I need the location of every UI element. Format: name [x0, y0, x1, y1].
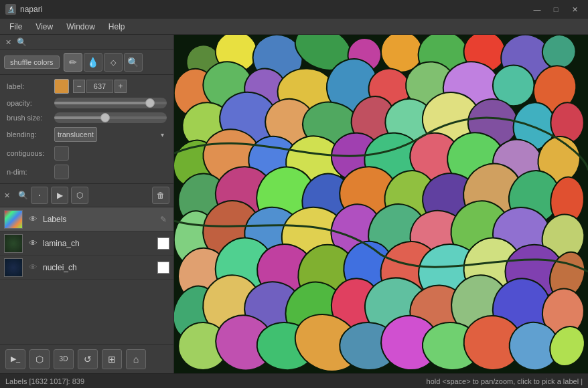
layer-color-indicator-lamina	[157, 237, 169, 250]
contiguous-row: contiguous:	[7, 146, 167, 161]
layer-thumbnail-lamina	[4, 234, 23, 253]
polygon-tool-button[interactable]: ⬡	[71, 187, 88, 204]
label-increment-button[interactable]: +	[115, 80, 127, 93]
layer-color-indicator-nuclei	[157, 262, 169, 274]
3d-icon: 3D	[60, 355, 68, 363]
fill-icon: 💧	[87, 57, 98, 68]
home-button[interactable]: ⌂	[126, 349, 146, 369]
polygon-icon: ⬡	[76, 191, 83, 200]
layer-visibility-lamina[interactable]: 👁	[27, 237, 39, 250]
titlebar-left: 🔬 napari	[5, 4, 42, 15]
label-number-control: − 637 +	[73, 80, 127, 93]
contiguous-label: contiguous:	[7, 149, 50, 157]
layer-thumbnail-labels	[4, 210, 23, 229]
opacity-row: opacity:	[7, 98, 167, 108]
brush-size-slider[interactable]	[54, 112, 167, 123]
menu-window[interactable]: Window	[60, 21, 102, 33]
blending-select[interactable]: translucent additive opaque	[54, 127, 97, 142]
statusbar: Labels [1632 1017]: 839 hold <space> to …	[0, 373, 588, 388]
layer-toolbar: ✕ 🔍 · ▶ ⬡ 🗑	[0, 184, 173, 207]
ndim-label: n-dim:	[7, 168, 50, 176]
brush-size-label: brush size:	[7, 114, 50, 122]
label-decrement-button[interactable]: −	[73, 80, 85, 93]
trash-icon: 🗑	[157, 191, 165, 200]
blending-select-wrapper: translucent additive opaque	[54, 127, 167, 142]
maximize-button[interactable]: □	[548, 3, 564, 15]
layer-edit-icon-labels: ✎	[157, 213, 169, 225]
delete-layer-button[interactable]: 🗑	[152, 187, 169, 204]
blending-label: blending:	[7, 130, 50, 138]
layers-list: 👁 Labels ✎ 👁 lamina_ch 👁 nuclei_ch	[0, 207, 173, 344]
ndim-row: n-dim:	[7, 165, 167, 179]
brush-size-row: brush size:	[7, 112, 167, 123]
arrow-tool-button[interactable]: ▶	[51, 187, 68, 204]
3d-button[interactable]: 3D	[54, 349, 74, 369]
statusbar-left: Labels [1632 1017]: 839	[5, 377, 84, 385]
point-tool-button[interactable]: ·	[31, 187, 48, 204]
panel-close-icon[interactable]: ✕	[5, 38, 11, 47]
erase-icon: ◇	[111, 58, 116, 67]
label-text-label: label:	[7, 82, 50, 90]
layer-item-labels[interactable]: 👁 Labels ✎	[0, 207, 173, 231]
layer-name-lamina: lamina_ch	[43, 239, 157, 248]
paint-brush-icon: ✏	[69, 57, 77, 68]
main-canvas[interactable]	[174, 35, 588, 373]
home-icon: ⌂	[133, 354, 139, 365]
opacity-label: opacity:	[7, 99, 50, 107]
titlebar-controls: — □ ✕	[529, 3, 583, 15]
fill-button[interactable]: 💧	[84, 53, 102, 72]
blending-row: blending: translucent additive opaque	[7, 127, 167, 142]
bottom-toolbar: ▶_ ⬡ 3D ↺ ⊞ ⌂	[0, 344, 173, 373]
rotate-icon: ↺	[84, 354, 92, 365]
layer-thumbnail-nuclei	[4, 258, 23, 277]
ndim-toggle[interactable]	[54, 165, 69, 179]
layer-close-icon[interactable]: ✕	[4, 191, 10, 200]
rotate-button[interactable]: ↺	[78, 349, 98, 369]
label-color-swatch[interactable]	[54, 79, 69, 94]
layer-item-lamina[interactable]: 👁 lamina_ch	[0, 231, 173, 256]
zoom-button[interactable]: 🔍	[124, 53, 143, 72]
layer-visibility-nuclei[interactable]: 👁	[27, 262, 39, 274]
console-icon: ▶_	[11, 355, 20, 363]
layer-search-icon[interactable]: 🔍	[18, 191, 28, 200]
panel-search-row: ✕ 🔍	[0, 35, 173, 50]
grid-icon: ⊞	[108, 354, 116, 365]
console-button[interactable]: ▶_	[5, 349, 25, 369]
canvas-area[interactable]	[174, 35, 588, 373]
left-panel: ✕ 🔍 shuffle colors ✏ 💧 ◇ 🔍 label:	[0, 35, 174, 373]
panel-search-icon[interactable]: 🔍	[17, 37, 27, 47]
point-icon: ·	[38, 189, 41, 201]
grid-button[interactable]: ⊞	[102, 349, 122, 369]
layer-name-nuclei: nuclei_ch	[43, 263, 157, 272]
window-title: napari	[20, 5, 42, 14]
statusbar-right: hold <space> to pan/zoom, click to pick …	[427, 377, 583, 385]
menu-view[interactable]: View	[29, 21, 60, 33]
paint-brush-button[interactable]: ✏	[64, 53, 82, 72]
main-layout: ✕ 🔍 shuffle colors ✏ 💧 ◇ 🔍 label:	[0, 35, 588, 373]
label-controls: label: − 637 + opacity: brush si	[0, 75, 173, 184]
layer-item-nuclei[interactable]: 👁 nuclei_ch	[0, 256, 173, 280]
shuffle-colors-button[interactable]: shuffle colors	[4, 56, 60, 69]
plugin-icon: ⬡	[35, 354, 44, 365]
menu-help[interactable]: Help	[102, 21, 132, 33]
tools-row: shuffle colors ✏ 💧 ◇ 🔍	[0, 50, 173, 75]
close-button[interactable]: ✕	[567, 3, 583, 15]
opacity-slider[interactable]	[54, 98, 167, 108]
plugin-button[interactable]: ⬡	[29, 349, 50, 369]
layer-visibility-labels[interactable]: 👁	[27, 213, 39, 225]
titlebar: 🔬 napari — □ ✕	[0, 0, 588, 19]
label-value-display: 637	[86, 80, 113, 93]
label-row: label: − 637 +	[7, 79, 167, 94]
app-icon: 🔬	[5, 4, 16, 15]
zoom-icon: 🔍	[127, 57, 139, 68]
contiguous-toggle[interactable]	[54, 146, 69, 161]
menubar: File View Window Help	[0, 19, 588, 35]
erase-button[interactable]: ◇	[104, 53, 123, 72]
menu-file[interactable]: File	[3, 21, 29, 33]
arrow-icon: ▶	[57, 191, 63, 200]
layer-panel: ✕ 🔍 · ▶ ⬡ 🗑	[0, 184, 173, 373]
layer-name-labels: Labels	[43, 215, 157, 224]
delete-area: 🗑	[152, 187, 169, 204]
minimize-button[interactable]: —	[529, 3, 545, 15]
